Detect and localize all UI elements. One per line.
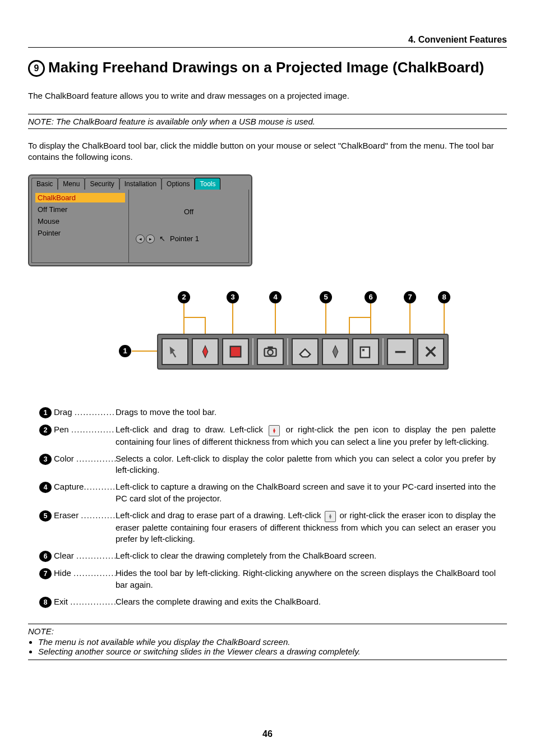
label-pen: Pen [54, 425, 69, 434]
menu-item-pointer: Pointer [35, 228, 125, 238]
note-bullet-2: Selecting another source or switching sl… [38, 647, 507, 656]
label-color: Color [54, 454, 74, 463]
note-bullet-1: The menu is not available while you disp… [38, 637, 507, 647]
text-capture: Left-click to capture a drawing on the C… [116, 481, 496, 504]
intro-paragraph: The ChalkBoard feature allows you to wri… [28, 91, 507, 100]
desc-row-pen: 2 Pen Left-click and drag to draw. Left-… [39, 424, 496, 448]
leader-line [183, 317, 206, 318]
top-rule: 4. Convenient Features [28, 35, 507, 48]
bullet-2: 2 [39, 425, 52, 436]
callout-2: 2 [178, 291, 190, 303]
pen-palette-icon [269, 425, 280, 436]
menu-left-panel: ChalkBoard Off Timer Mouse Pointer [32, 190, 129, 262]
note-usb-mouse: NOTE: The ChalkBoard feature is availabl… [28, 114, 507, 128]
callout-7: 7 [404, 291, 416, 303]
note-label: NOTE: [28, 626, 54, 636]
toolbar-diagram: 2 3 4 5 6 7 8 1 [28, 283, 507, 384]
bullet-7: 7 [39, 568, 52, 579]
toolbar-separator [252, 338, 253, 365]
svg-rect-3 [268, 346, 273, 349]
eraser-size-button-icon [322, 338, 349, 365]
leader-line [370, 303, 371, 337]
leader-line [132, 351, 160, 352]
text-clear: Left-click to clear the drawing complete… [116, 550, 496, 561]
desc-row-drag: 1 Drag Drags to move the tool bar. [39, 407, 496, 418]
text-eraser: Left-click and drag to erase part of a d… [116, 510, 496, 545]
callout-6: 6 [365, 291, 377, 303]
bullet-6: 6 [39, 551, 52, 562]
callout-1: 1 [119, 345, 131, 357]
capture-button-icon [257, 338, 284, 365]
menu-right-panel: Off ◂▸ ↖ Pointer 1 [129, 190, 248, 262]
callout-4: 4 [269, 291, 282, 303]
desc-row-color: 3 Color Selects a color. Left-click to d… [39, 453, 496, 476]
bullet-1: 1 [39, 407, 52, 418]
eraser-button-icon [292, 338, 319, 365]
callout-8: 8 [438, 291, 450, 303]
callout-3: 3 [227, 291, 239, 303]
leader-line [183, 303, 185, 337]
tab-tools: Tools [195, 178, 220, 190]
menu-tabs: Basic Menu Security Installation Options… [31, 178, 249, 190]
leader-line [232, 303, 233, 337]
label-eraser: Eraser [54, 510, 79, 520]
tab-options: Options [162, 178, 195, 190]
desc-row-hide: 7 Hide Hides the tool bar by left-clicki… [39, 568, 496, 591]
pointer-value: Pointer 1 [170, 234, 199, 243]
pointer-cursor-icon: ↖ [159, 234, 165, 243]
menu-item-chalkboard: ChalkBoard [35, 193, 125, 202]
leader-line [325, 303, 326, 337]
label-drag: Drag [54, 407, 72, 417]
svg-rect-5 [395, 351, 406, 353]
toolbar-separator [382, 338, 384, 365]
text-exit: Clears the complete drawing and exits th… [116, 596, 496, 607]
leader-line [275, 303, 276, 337]
svg-rect-0 [230, 346, 241, 357]
text-hide: Hides the tool bar by left-clicking. Rig… [116, 568, 496, 591]
bullet-3: 3 [39, 454, 52, 465]
page-number: 46 [0, 729, 535, 739]
text-eraser-a: Left-click and drag to erase part of a d… [116, 510, 324, 520]
leader-line [444, 303, 445, 337]
hide-button-icon [387, 338, 414, 365]
desc-row-eraser: 5 Eraser Left-click and drag to erase pa… [39, 510, 496, 545]
label-capture: Capture [54, 482, 84, 491]
text-pen: Left-click and drag to draw. Left-click … [116, 424, 496, 448]
clear-button-icon [352, 338, 379, 365]
tab-basic: Basic [31, 178, 58, 190]
tab-security: Security [85, 178, 119, 190]
label-clear: Clear [54, 551, 74, 560]
offtimer-value: Off [136, 206, 242, 218]
tab-installation: Installation [119, 178, 162, 190]
drag-button-icon [162, 338, 188, 365]
text-pen-a: Left-click and drag to draw. Left-click [116, 425, 268, 434]
menu-item-offtimer: Off Timer [35, 205, 125, 214]
page-title: 9 Making Freehand Drawings on a Projecte… [28, 58, 507, 77]
section-number-icon: 9 [28, 60, 45, 77]
label-hide: Hide [54, 568, 71, 578]
desc-row-capture: 4 Capture Left-click to capture a drawin… [39, 481, 496, 504]
exit-button-icon [417, 338, 444, 365]
bullet-5: 5 [39, 510, 52, 522]
bottom-note: NOTE: The menu is not available while yo… [28, 624, 507, 660]
text-color: Selects a color. Left-click to display t… [116, 453, 496, 476]
bullet-4: 4 [39, 482, 52, 493]
color-button-icon [222, 338, 249, 365]
pen-button-icon [192, 338, 219, 365]
desc-row-exit: 8 Exit Clears the complete drawing and e… [39, 596, 496, 608]
text-drag: Drags to move the tool bar. [116, 407, 496, 418]
svg-rect-4 [361, 347, 370, 357]
chalkboard-toolbar [157, 334, 449, 370]
desc-row-clear: 6 Clear Left-click to clear the drawing … [39, 550, 496, 562]
section-header: 4. Convenient Features [408, 35, 507, 45]
toolbar-separator [287, 338, 288, 365]
rule [28, 128, 507, 129]
description-list: 1 Drag Drags to move the tool bar. 2 Pen… [39, 407, 496, 608]
tab-menu: Menu [58, 178, 85, 190]
bullet-8: 8 [39, 597, 52, 608]
leader-line [409, 303, 411, 337]
menu-screenshot: Basic Menu Security Installation Options… [28, 174, 252, 266]
callout-5: 5 [320, 291, 332, 303]
menu-item-mouse: Mouse [35, 216, 125, 226]
arrow-control-icon: ◂▸ [136, 234, 155, 243]
